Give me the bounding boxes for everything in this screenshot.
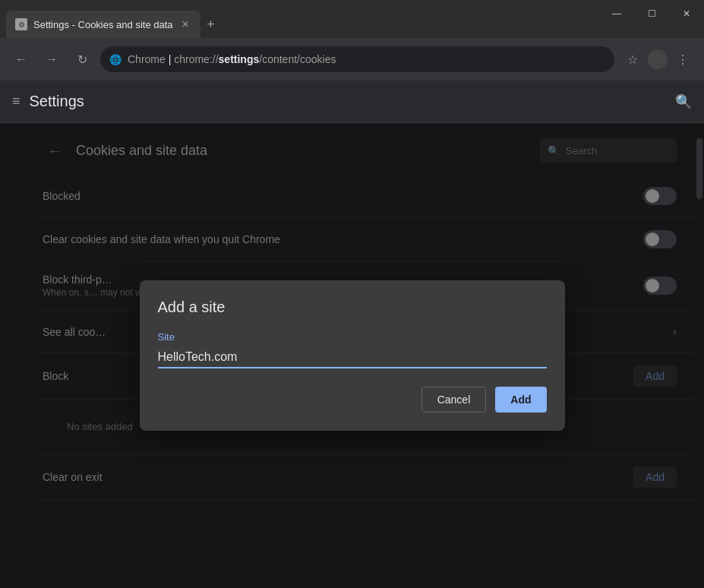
avatar[interactable] [648, 49, 668, 69]
settings-header: ≡ Settings 🔍 [0, 81, 704, 123]
maximize-button[interactable]: ☐ [634, 0, 669, 27]
dialog-actions: Cancel Add [158, 387, 547, 413]
cancel-button[interactable]: Cancel [421, 387, 487, 413]
dialog-input-wrapper [158, 347, 547, 368]
address-bar: ← → ↻ 🌐 Chrome | chrome://settings/conte… [0, 38, 704, 81]
dialog-field-label: Site [158, 331, 547, 343]
site-input[interactable] [158, 347, 547, 368]
url-brand: Chrome [128, 53, 166, 65]
tab-close-button[interactable]: ✕ [179, 18, 191, 30]
dialog-title: Add a site [158, 299, 547, 316]
settings-title: Settings [30, 93, 84, 110]
add-button[interactable]: Add [495, 387, 546, 413]
hamburger-icon[interactable]: ≡ [12, 93, 21, 109]
close-button[interactable]: ✕ [669, 0, 704, 27]
title-bar: ⚙ Settings - Cookies and site data ✕ + —… [0, 0, 704, 38]
active-tab[interactable]: ⚙ Settings - Cookies and site data ✕ [6, 11, 200, 38]
window-controls: — ☐ ✕ [599, 0, 704, 27]
content-area: ← Cookies and site data 🔍 Search Blocked… [0, 123, 704, 588]
minimize-button[interactable]: — [599, 0, 634, 27]
settings-search-icon[interactable]: 🔍 [675, 93, 692, 110]
tab-favicon: ⚙ [15, 18, 27, 30]
tab-title: Settings - Cookies and site data [33, 19, 173, 30]
new-tab-button[interactable]: + [200, 14, 222, 35]
back-button[interactable]: ← [9, 47, 33, 71]
bookmark-button[interactable]: ☆ [620, 47, 645, 71]
url-icon: 🌐 [109, 54, 122, 65]
forward-button[interactable]: → [39, 47, 64, 71]
url-text: Chrome | chrome://settings/content/cooki… [128, 53, 605, 65]
add-site-dialog: Add a site Site Cancel Add [140, 280, 565, 431]
menu-button[interactable]: ⋮ [671, 47, 695, 71]
reload-button[interactable]: ↻ [70, 47, 94, 71]
url-bar[interactable]: 🌐 Chrome | chrome://settings/content/coo… [100, 46, 614, 72]
toolbar-icons: ☆ ⋮ [620, 47, 695, 71]
dialog-overlay: Add a site Site Cancel Add [0, 123, 704, 588]
